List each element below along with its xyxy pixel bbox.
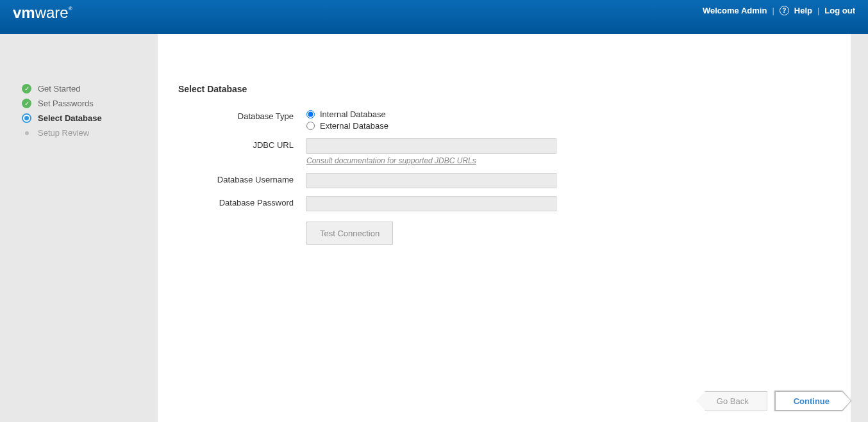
jdbc-url-input[interactable]	[306, 138, 556, 154]
row-database-type: Database Type Internal Database External…	[178, 110, 825, 131]
step-label: Set Passwords	[38, 99, 94, 108]
continue-button[interactable]: Continue	[775, 391, 851, 410]
pending-step-icon	[25, 131, 29, 135]
current-step-icon	[22, 113, 31, 123]
sidebar-step-set-passwords[interactable]: ✓ Set Passwords	[22, 99, 145, 108]
main-content: Select Database Database Type Internal D…	[158, 34, 851, 422]
check-icon: ✓	[22, 84, 31, 93]
field-test-connection: Test Connection	[306, 219, 556, 245]
sidebar-step-setup-review[interactable]: Setup Review	[22, 128, 145, 138]
step-label: Setup Review	[38, 128, 89, 138]
label-db-username: Database Username	[178, 173, 306, 188]
sidebar-step-get-started[interactable]: ✓ Get Started	[22, 84, 145, 93]
separator: |	[817, 6, 819, 15]
radio-external-database[interactable]: External Database	[306, 121, 556, 131]
label-jdbc-url: JDBC URL	[178, 138, 306, 165]
continue-wrapper: Continue	[775, 391, 851, 410]
help-icon[interactable]: ?	[780, 6, 789, 15]
go-back-button[interactable]: Go Back	[696, 391, 767, 410]
test-connection-button[interactable]: Test Connection	[306, 222, 393, 245]
help-link[interactable]: Help	[794, 6, 812, 15]
row-test-connection: Test Connection	[178, 219, 825, 245]
separator: |	[772, 6, 774, 15]
db-username-input[interactable]	[306, 173, 556, 188]
step-label: Select Database	[38, 113, 102, 123]
radio-external-input[interactable]	[306, 122, 315, 130]
row-db-password: Database Password	[178, 196, 825, 211]
label-db-password: Database Password	[178, 196, 306, 211]
step-label: Get Started	[38, 84, 80, 93]
sidebar-step-select-database[interactable]: Select Database	[22, 113, 145, 123]
page-title: Select Database	[178, 84, 825, 94]
field-db-username	[306, 173, 556, 188]
radio-internal-database[interactable]: Internal Database	[306, 110, 556, 119]
go-back-wrapper: Go Back	[696, 391, 767, 410]
logo-ware: ware	[35, 4, 69, 21]
welcome-text: Welcome Admin	[703, 6, 767, 15]
label-database-type: Database Type	[178, 110, 306, 131]
db-password-input[interactable]	[306, 196, 556, 211]
row-db-username: Database Username	[178, 173, 825, 188]
logo-reg: ®	[69, 6, 72, 12]
label-empty	[178, 219, 306, 245]
app-header: vmware® Welcome Admin | ? Help | Log out	[0, 0, 868, 34]
radio-external-label: External Database	[320, 121, 388, 131]
field-db-password	[306, 196, 556, 211]
radio-internal-input[interactable]	[306, 110, 315, 118]
check-icon: ✓	[22, 99, 31, 108]
logout-link[interactable]: Log out	[824, 6, 855, 15]
row-jdbc-url: JDBC URL Consult documentation for suppo…	[178, 138, 825, 165]
wizard-footer: Go Back Continue	[696, 391, 851, 410]
jdbc-docs-link[interactable]: Consult documentation for supported JDBC…	[306, 156, 476, 165]
wizard-sidebar: ✓ Get Started ✓ Set Passwords Select Dat…	[0, 34, 158, 422]
container: ✓ Get Started ✓ Set Passwords Select Dat…	[0, 34, 868, 422]
radio-internal-label: Internal Database	[320, 110, 386, 119]
database-type-radios: Internal Database External Database	[306, 110, 556, 131]
vmware-logo: vmware®	[13, 4, 72, 22]
logo-vm: vm	[13, 4, 35, 21]
field-jdbc-url: Consult documentation for supported JDBC…	[306, 138, 556, 165]
header-right: Welcome Admin | ? Help | Log out	[703, 4, 855, 15]
